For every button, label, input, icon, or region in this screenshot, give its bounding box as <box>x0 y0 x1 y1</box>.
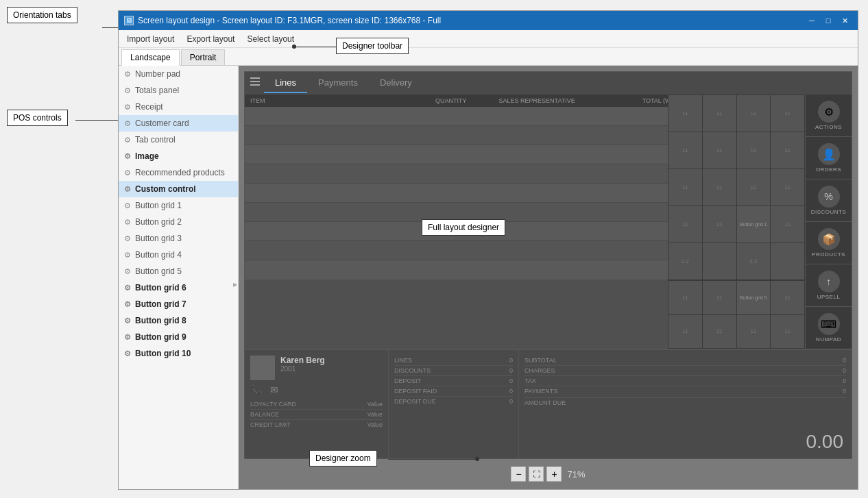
designer-zoom-annotation: Designer zoom <box>309 450 377 466</box>
grid-cell[interactable]: 11 <box>668 169 702 206</box>
grid-cell[interactable] <box>703 243 736 279</box>
select-layout-menu[interactable]: Select layout <box>241 32 300 46</box>
charges-label: CHARGES <box>525 367 555 374</box>
sidebar-item-receipt[interactable]: ⚙ Receipt <box>119 99 238 115</box>
minimize-button[interactable]: ─ <box>804 14 819 27</box>
sidebar-resize-handle[interactable]: ▶ <box>232 277 238 291</box>
grid-cell[interactable]: 11 <box>703 206 736 242</box>
sidebar-item-button-grid-6[interactable]: ⚙ Button grid 6 <box>119 279 238 296</box>
grid-cell-bottom[interactable]: 11 <box>737 315 771 349</box>
col-qty: QUANTITY <box>422 97 480 104</box>
close-button[interactable]: ✕ <box>837 14 852 27</box>
grid-cell[interactable]: 11 <box>668 206 702 242</box>
sidebar-item-button-grid-10[interactable]: ⚙ Button grid 10 <box>119 345 238 362</box>
grid-cell-bottom[interactable]: 11 <box>703 281 736 314</box>
gear-icon-grid5: ⚙ <box>124 267 131 276</box>
zoom-plus-button[interactable]: + <box>546 466 562 482</box>
lines-value: 0 <box>509 357 513 364</box>
sidebar-item-recommended-products[interactable]: ⚙ Recommended products <box>119 164 238 181</box>
summary-panel: LINES 0 DISCOUNTS 0 DEPOSIT 0 DEPOSIT <box>389 350 519 458</box>
balance-label: BALANCE <box>250 411 279 418</box>
grid-cell[interactable]: 11 <box>771 206 804 242</box>
gear-icon-grid1: ⚙ <box>124 201 131 210</box>
deposit-row: DEPOSIT 0 <box>394 376 513 386</box>
sidebar-item-button-grid-3[interactable]: ⚙ Button grid 3 <box>119 230 238 247</box>
sidebar-item-custom-control[interactable]: ⚙ Custom control <box>119 181 238 197</box>
grid-cell[interactable]: 11 <box>668 95 702 132</box>
gear-icon-tab-control: ⚙ <box>124 136 131 145</box>
charges-row: CHARGES 0 <box>525 366 846 376</box>
action-btn-orders[interactable]: 👤 ORDERS <box>806 137 852 179</box>
pos-tab-payments[interactable]: Payments <box>307 73 369 93</box>
lines-label: LINES <box>394 357 412 364</box>
grid-cell[interactable]: 11 <box>737 169 771 206</box>
grid-cell[interactable]: 2.2 <box>737 243 771 279</box>
pos-main-area: ITEM QUANTITY SALES REPRESENTATIVE TOTAL… <box>245 95 852 349</box>
grid-cell[interactable]: 11 <box>703 169 736 206</box>
menu-bar: Import layout Export layout Select layou… <box>119 30 858 48</box>
action-btn-discounts[interactable]: % DISCOUNTS <box>806 179 852 222</box>
sidebar-item-button-grid-8[interactable]: ⚙ Button grid 8 <box>119 312 238 329</box>
pos-tab-delivery[interactable]: Delivery <box>369 73 423 93</box>
landscape-tab[interactable]: Landscape <box>121 49 180 66</box>
pos-layout-preview: Lines Payments Delivery ITEM QUANTITY SA… <box>244 71 852 459</box>
action-btn-products[interactable]: 📦 PRODUCTS <box>806 222 852 264</box>
loyalty-card-label: LOYALTY CARD <box>250 401 296 408</box>
gear-icon-grid6: ⚙ <box>124 284 131 292</box>
grid-cell[interactable]: 11 <box>771 95 804 132</box>
customer-avatar <box>250 356 275 380</box>
annotation-line-toolbar <box>295 47 336 47</box>
sidebar-item-button-grid-9[interactable]: ⚙ Button grid 9 <box>119 329 238 345</box>
grid-cell-bottom[interactable]: 11 <box>703 315 736 349</box>
sidebar-item-button-grid-5[interactable]: ⚙ Button grid 5 <box>119 263 238 279</box>
grid-cell-bottom[interactable]: 11 <box>771 315 804 349</box>
grid-cell[interactable]: 11 <box>703 132 736 169</box>
sidebar-item-button-grid-4[interactable]: ⚙ Button grid 4 <box>119 247 238 263</box>
export-layout-menu[interactable]: Export layout <box>181 32 240 46</box>
import-layout-menu[interactable]: Import layout <box>121 32 180 46</box>
window-icon: 🖼 <box>124 16 134 25</box>
grid-cell[interactable]: 11 <box>737 132 771 169</box>
grid-cell-bottom[interactable]: 11 <box>771 281 804 314</box>
grid-cell-button-grid-5[interactable]: Button grid 5 <box>737 281 771 314</box>
tax-label: TAX <box>525 377 536 384</box>
sidebar-item-button-grid-2[interactable]: ⚙ Button grid 2 <box>119 214 238 230</box>
gear-icon-grid2: ⚙ <box>124 218 131 227</box>
sidebar-item-customer-card[interactable]: ⚙ Customer card <box>119 115 238 132</box>
maximize-button[interactable]: □ <box>821 14 836 27</box>
payments-label: PAYMENTS <box>525 388 557 395</box>
action-btn-upsell[interactable]: ↑ UPSELL <box>806 264 852 307</box>
grid-cell[interactable]: 11 <box>737 95 771 132</box>
sidebar-item-totals-panel[interactable]: ⚙ Totals panel <box>119 82 238 99</box>
grid-cell[interactable]: 11 <box>668 132 702 169</box>
discounts-value-sum: 0 <box>509 367 513 374</box>
grid-cell[interactable]: 11 <box>771 132 804 169</box>
table-row <box>245 184 714 203</box>
zoom-fit-button[interactable]: ⛶ <box>529 466 544 482</box>
sidebar-item-image[interactable]: ⚙ Image <box>119 148 238 164</box>
sidebar-item-button-grid-7[interactable]: ⚙ Button grid 7 <box>119 296 238 312</box>
grid-cell[interactable]: 11 <box>703 95 736 132</box>
actions-label: ACTIONS <box>815 124 842 130</box>
grid-cell[interactable] <box>771 243 804 279</box>
sidebar-item-tab-control[interactable]: ⚙ Tab control <box>119 132 238 148</box>
pos-tab-lines[interactable]: Lines <box>264 73 307 93</box>
gear-icon-totals-panel: ⚙ <box>124 86 131 95</box>
button-grid-main: 11 11 11 11 11 11 11 11 11 11 11 11 <box>668 95 805 280</box>
grid-cell-bottom[interactable]: 11 <box>668 315 702 349</box>
action-buttons: ⚙ ACTIONS 👤 ORDERS % DISCOUNTS 📦 <box>805 95 852 349</box>
portrait-tab[interactable]: Portrait <box>181 49 226 65</box>
zoom-minus-button[interactable]: − <box>511 466 526 482</box>
discounts-label-sum: DISCOUNTS <box>394 367 431 374</box>
grid-cell[interactable]: 11 <box>771 169 804 206</box>
action-btn-actions[interactable]: ⚙ ACTIONS <box>806 95 852 137</box>
action-btn-numpad[interactable]: ⌨ NUMPAD <box>806 307 852 349</box>
actions-icon: ⚙ <box>818 101 840 123</box>
sidebar-item-number-pad[interactable]: ⚙ Number pad <box>119 66 238 82</box>
grid-cell-bottom[interactable]: 11 <box>668 281 702 314</box>
grid-cell-button-grid-1[interactable]: Button grid 1 <box>737 206 771 242</box>
hamburger-menu[interactable] <box>250 77 260 86</box>
grid-cell[interactable]: 2.2 <box>668 243 702 279</box>
sidebar-item-button-grid-1[interactable]: ⚙ Button grid 1 <box>119 197 238 214</box>
totals-panel-bottom: SUBTOTAL 0 CHARGES 0 TAX 0 PAYMENTS <box>519 350 852 458</box>
